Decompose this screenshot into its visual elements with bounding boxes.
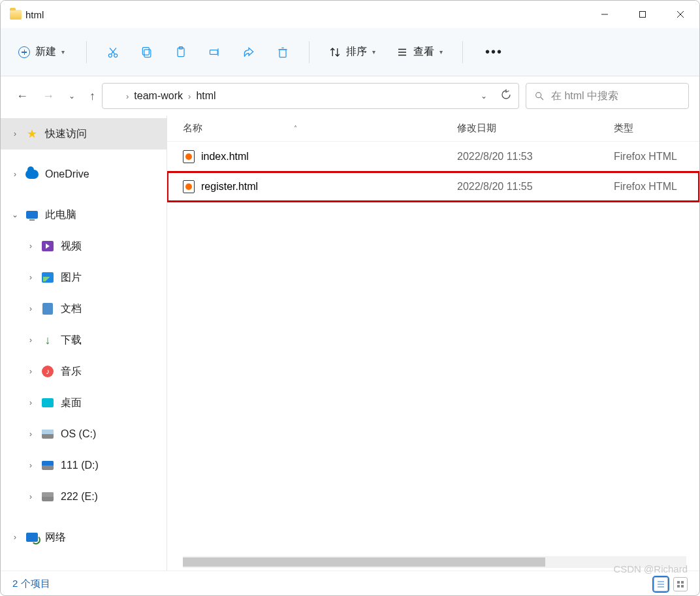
sidebar-label: 文档 <box>61 302 82 316</box>
view-button[interactable]: 查看 ▾ <box>389 40 451 64</box>
svg-rect-14 <box>279 49 286 57</box>
new-label: 新建 <box>35 45 56 59</box>
file-type: Firefox HTML <box>614 181 699 193</box>
plus-icon <box>18 46 30 58</box>
sidebar-item-drive-e[interactable]: ›222 (E:) <box>1 481 167 512</box>
separator <box>309 41 310 63</box>
sidebar-item-thispc[interactable]: ⌄此电脑 <box>1 199 167 230</box>
sidebar-label: 下载 <box>61 334 82 347</box>
sidebar-item-network[interactable]: ›网络 <box>1 522 167 553</box>
sidebar-label: 桌面 <box>61 396 82 410</box>
toolbar: 新建 ▾ 排序 ▾ 查看 ▾ ••• <box>1 28 699 76</box>
new-button[interactable]: 新建 ▾ <box>8 39 74 65</box>
thumbnails-view-button[interactable] <box>673 577 688 591</box>
sidebar-item-drive-d[interactable]: ›111 (D:) <box>1 450 167 481</box>
horizontal-scrollbar[interactable] <box>183 556 686 568</box>
music-icon: ♪ <box>41 366 54 377</box>
pictures-icon <box>41 272 54 283</box>
maximize-button[interactable] <box>624 1 661 28</box>
status-bar: 2 个项目 <box>1 571 699 596</box>
window-title: html <box>25 9 586 20</box>
sidebar-item-pictures[interactable]: ›图片 <box>1 262 167 293</box>
html-file-icon <box>183 180 195 193</box>
svg-rect-12 <box>210 50 218 54</box>
sidebar-item-documents[interactable]: ›文档 <box>1 293 167 324</box>
rename-button[interactable] <box>200 38 229 67</box>
drive-icon <box>41 460 54 471</box>
details-view-button[interactable] <box>654 577 668 591</box>
col-date[interactable]: 修改日期 <box>457 122 614 134</box>
svg-rect-29 <box>677 585 680 588</box>
sort-asc-icon: ˄ <box>294 125 297 132</box>
separator <box>86 41 87 63</box>
sidebar-label: OS (C:) <box>61 428 96 440</box>
sidebar: ›★快速访问 ›OneDrive ⌄此电脑 ›视频 ›图片 ›文档 ›↓下载 ›… <box>1 116 167 571</box>
breadcrumb-item[interactable]: html <box>196 90 215 102</box>
col-type[interactable]: 类型 <box>614 122 699 134</box>
sort-button[interactable]: 排序 ▾ <box>321 40 383 64</box>
back-button[interactable]: ← <box>16 89 28 103</box>
column-headers[interactable]: 名称˄ 修改日期 类型 <box>167 116 699 142</box>
documents-icon <box>41 303 54 315</box>
sidebar-item-quick-access[interactable]: ›★快速访问 <box>1 118 167 149</box>
sidebar-item-music[interactable]: ›♪音乐 <box>1 356 167 387</box>
svg-line-23 <box>541 97 543 100</box>
sidebar-label: 此电脑 <box>45 208 76 222</box>
svg-rect-1 <box>640 12 646 18</box>
search-placeholder: 在 html 中搜索 <box>551 89 618 103</box>
sidebar-label: OneDrive <box>45 168 89 180</box>
nav-row: ← → ⌄ ↑ › team-work › html ⌄ 在 html 中搜索 <box>1 76 699 116</box>
watermark: CSDN @Richard <box>613 563 688 574</box>
chevron-down-icon: ▾ <box>372 48 375 55</box>
folder-icon <box>10 10 22 20</box>
close-button[interactable] <box>661 1 699 28</box>
forward-button[interactable]: → <box>42 89 54 103</box>
star-icon: ★ <box>25 128 39 140</box>
search-box[interactable]: 在 html 中搜索 <box>526 83 689 109</box>
sidebar-label: 网络 <box>45 531 66 544</box>
cut-button[interactable] <box>99 38 127 67</box>
col-name[interactable]: 名称 <box>183 122 202 134</box>
file-name: index.html <box>201 151 249 163</box>
breadcrumb-item[interactable]: team-work <box>134 90 183 102</box>
file-row[interactable]: register.html2022/8/20 11:55Firefox HTML <box>167 172 699 202</box>
file-date: 2022/8/20 11:55 <box>457 181 614 193</box>
svg-rect-9 <box>142 47 149 55</box>
file-row[interactable]: index.html2022/8/20 11:53Firefox HTML <box>167 142 699 172</box>
copy-button[interactable] <box>133 38 161 67</box>
chevron-down-icon[interactable]: ⌄ <box>481 91 487 101</box>
up-button[interactable]: ↑ <box>89 89 95 103</box>
sidebar-item-onedrive[interactable]: ›OneDrive <box>1 159 167 190</box>
drive-icon <box>41 491 54 503</box>
sidebar-label: 音乐 <box>61 365 82 379</box>
download-icon: ↓ <box>41 334 54 346</box>
breadcrumb[interactable]: › team-work › html ⌄ <box>102 83 519 109</box>
sidebar-label: 快速访问 <box>45 127 87 141</box>
sidebar-item-drive-c[interactable]: ›OS (C:) <box>1 418 167 450</box>
svg-point-5 <box>114 54 118 57</box>
svg-rect-8 <box>144 49 151 57</box>
sidebar-item-downloads[interactable]: ›↓下载 <box>1 324 167 356</box>
refresh-button[interactable] <box>500 89 512 103</box>
sidebar-item-desktop[interactable]: ›桌面 <box>1 387 167 418</box>
share-button[interactable] <box>234 38 263 67</box>
svg-point-4 <box>108 54 112 57</box>
search-icon <box>534 91 545 101</box>
title-bar: html <box>1 1 699 28</box>
more-button[interactable]: ••• <box>475 39 513 65</box>
bc-sep-icon: › <box>126 91 129 101</box>
network-icon <box>25 531 39 543</box>
delete-button[interactable] <box>268 38 297 67</box>
video-icon <box>41 240 54 252</box>
paste-button[interactable] <box>167 38 195 67</box>
sidebar-label: 图片 <box>61 271 82 285</box>
drive-icon <box>41 428 54 440</box>
scrollbar-thumb[interactable] <box>183 557 545 567</box>
recent-dropdown[interactable]: ⌄ <box>69 91 75 101</box>
folder-icon <box>109 91 121 101</box>
svg-rect-30 <box>681 585 684 588</box>
sidebar-item-video[interactable]: ›视频 <box>1 230 167 262</box>
file-type: Firefox HTML <box>614 151 699 163</box>
bc-sep-icon: › <box>188 91 191 101</box>
minimize-button[interactable] <box>586 1 624 28</box>
